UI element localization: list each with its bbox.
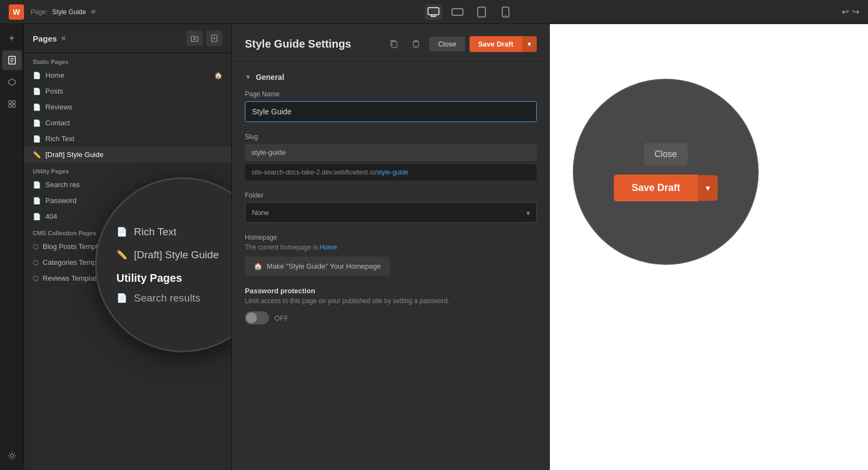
cms-btn[interactable] — [2, 72, 22, 92]
svg-rect-5 — [478, 7, 485, 17]
magnify-utility-label: Utility Pages — [116, 272, 182, 285]
page-name-search: Search res — [45, 181, 80, 189]
page-name-reviews-template: Reviews Template — [43, 274, 100, 282]
svg-marker-12 — [9, 79, 15, 85]
svg-rect-4 — [452, 9, 463, 15]
draft-file-icon: ✏️ — [33, 151, 41, 159]
magnify-search-icon: 📄 — [116, 293, 127, 303]
page-item-posts[interactable]: 📄 Posts — [24, 83, 231, 99]
save-draft-btn[interactable]: Save Draft — [470, 36, 522, 52]
pages-header: Pages × — [24, 24, 231, 53]
settings-sidebar-btn[interactable] — [2, 446, 22, 466]
page-name-home: Home — [45, 71, 64, 79]
page-item-rich-text[interactable]: 📄 Rich Text — [24, 131, 231, 147]
magnify-item-search-results: 📄 Search results — [97, 287, 232, 310]
page-item-draft-style-guide[interactable]: ✏️ [Draft] Style Guide — [24, 147, 231, 163]
page-file-icon: 📄 — [33, 72, 41, 79]
assets-btn[interactable] — [2, 94, 22, 114]
password-toggle[interactable] — [245, 311, 269, 324]
slug-field-group: Slug style-guide site-search-docs-take-2… — [245, 133, 537, 181]
page-name-contact: Contact — [45, 119, 70, 127]
url-prefix: site-search-docs-take-2.dev.webflowtest.… — [251, 169, 377, 176]
folder-field-group: Folder None ▾ — [245, 192, 537, 223]
pages-panel-title: Pages × — [33, 34, 66, 43]
folder-select[interactable]: None — [245, 202, 537, 223]
page-item-contact[interactable]: 📄 Contact — [24, 115, 231, 131]
mobile-device-btn[interactable] — [497, 4, 514, 20]
page-name-input[interactable] — [245, 101, 537, 122]
slug-value: style-guide — [251, 148, 286, 156]
svg-rect-14 — [13, 101, 15, 103]
page-file-icon: 📄 — [33, 119, 41, 127]
url-preview: site-search-docs-take-2.dev.webflowtest.… — [245, 164, 537, 181]
add-element-btn[interactable]: + — [2, 28, 22, 48]
page-item-home[interactable]: 📄 Home 🏠 — [24, 67, 231, 83]
make-homepage-btn[interactable]: 🏠 Make "Style Guide" Your Homepage — [245, 257, 390, 276]
top-bar-left: W Page: Style Guide 👁 — [9, 4, 97, 20]
magnify-content: 📄 Rich Text ✏️ [Draft] Style Guide Utili… — [97, 221, 232, 310]
pages-btn[interactable] — [2, 50, 22, 70]
close-pages-btn[interactable]: × — [61, 34, 66, 43]
top-bar: W Page: Style Guide 👁 ↩ ↪ — [0, 0, 868, 24]
delete-page-btn[interactable] — [407, 35, 425, 53]
page-item-reviews[interactable]: 📄 Reviews — [24, 99, 231, 115]
page-name-field-group: Page Name — [245, 90, 537, 122]
big-circle-overlay: Close Save Draft ▾ — [573, 79, 759, 265]
page-name-draft-style-guide: [Draft] Style Guide — [45, 150, 103, 159]
duplicate-page-btn[interactable] — [385, 35, 403, 53]
big-save-arrow-btn[interactable]: ▾ — [698, 175, 718, 201]
save-draft-arrow-btn[interactable]: ▾ — [522, 36, 537, 52]
webflow-logo[interactable]: W — [9, 4, 24, 20]
cms-file-icon: ⬡ — [33, 259, 38, 266]
page-name-rich-text: Rich Text — [45, 135, 74, 143]
page-name-password: Password — [45, 196, 77, 205]
magnify-section-utility: Utility Pages — [97, 266, 232, 287]
redo-btn[interactable]: ↪ — [852, 7, 859, 17]
homepage-desc: The current homepage is Home — [245, 243, 537, 251]
slug-label: Slug — [245, 133, 537, 141]
svg-rect-0 — [428, 8, 439, 15]
tablet-portrait-device-btn[interactable] — [473, 4, 490, 20]
cms-file-icon: ⬡ — [33, 275, 38, 282]
svg-rect-13 — [9, 101, 11, 103]
close-settings-btn[interactable]: Close — [429, 37, 465, 51]
svg-rect-16 — [13, 105, 15, 107]
pages-panel: Pages × Static Pages 📄 Home 🏠 📄 — [24, 24, 232, 470]
page-file-icon: 📄 — [33, 197, 41, 205]
cms-file-icon: ⬡ — [33, 243, 38, 251]
general-section-toggle[interactable]: ▼ General — [245, 73, 537, 82]
save-draft-group: Save Draft ▾ — [470, 36, 537, 52]
settings-header: Style Guide Settings Close Save Draft ▾ — [232, 24, 550, 62]
current-page-name: Style Guide — [52, 8, 86, 16]
magnify-item-rich-text: 📄 Rich Text — [97, 221, 232, 243]
top-bar-right: ↩ ↪ — [842, 7, 859, 17]
desktop-device-btn[interactable] — [425, 4, 442, 20]
password-title: Password protection — [245, 287, 537, 295]
add-folder-btn[interactable] — [186, 31, 203, 46]
page-name-posts: Posts — [45, 87, 63, 95]
home-indicator-icon: 🏠 — [214, 72, 222, 79]
undo-btn[interactable]: ↩ — [842, 7, 849, 17]
magnify-draft-label: [Draft] Style Guide — [134, 249, 219, 261]
undo-redo-group: ↩ ↪ — [842, 7, 859, 17]
tablet-landscape-device-btn[interactable] — [449, 4, 466, 20]
big-close-btn[interactable]: Close — [644, 143, 688, 166]
homepage-label: Homepage — [245, 234, 537, 241]
folder-select-wrapper: None ▾ — [245, 202, 537, 223]
homepage-link[interactable]: Home — [320, 243, 337, 251]
page-name-label: Page Name — [245, 90, 537, 98]
page-file-icon: 📄 — [33, 181, 41, 189]
add-page-btn[interactable] — [206, 31, 222, 46]
big-save-row: Save Draft ▾ — [614, 175, 717, 201]
big-save-draft-btn[interactable]: Save Draft — [614, 175, 697, 201]
settings-actions: Close Save Draft ▾ — [385, 35, 537, 53]
general-section-label: General — [256, 73, 284, 82]
svg-point-7 — [505, 15, 506, 16]
svg-point-17 — [10, 454, 14, 457]
homepage-section: Homepage The current homepage is Home 🏠 … — [245, 234, 537, 276]
home-btn-icon: 🏠 — [254, 262, 262, 270]
magnify-rich-text-label: Rich Text — [134, 226, 177, 238]
magnify-draft-icon: ✏️ — [116, 249, 127, 260]
page-label: Page: — [31, 8, 48, 16]
magnify-search-results-label: Search results — [134, 292, 200, 304]
